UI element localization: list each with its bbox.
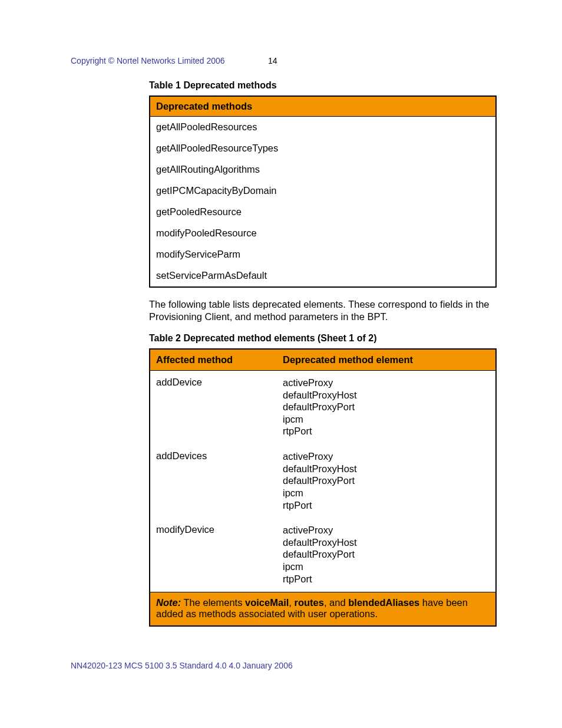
note-bold: voiceMail bbox=[245, 597, 289, 608]
table1-header: Deprecated methods bbox=[150, 96, 496, 117]
element-item: ipcm bbox=[283, 561, 490, 573]
table1-caption: Table 1 Deprecated methods bbox=[149, 80, 497, 91]
header-page-number: 14 bbox=[268, 56, 277, 65]
table-row: addDevices activeProxy defaultProxyHost … bbox=[150, 444, 496, 518]
method-cell: getAllPooledResourceTypes bbox=[150, 138, 496, 159]
table-row: getPooledResource bbox=[150, 202, 496, 223]
element-item: defaultProxyPort bbox=[283, 401, 490, 413]
affected-method-cell: addDevice bbox=[150, 370, 277, 444]
table-row: modifyPooledResource bbox=[150, 223, 496, 244]
element-item: activeProxy bbox=[283, 377, 490, 389]
table-row: modifyDevice activeProxy defaultProxyHos… bbox=[150, 518, 496, 592]
note-cell: Note: The elements voiceMail, routes, an… bbox=[150, 592, 496, 627]
method-cell: modifyPooledResource bbox=[150, 223, 496, 244]
note-label: Note: bbox=[156, 597, 181, 608]
deprecated-elements-cell: activeProxy defaultProxyHost defaultProx… bbox=[277, 370, 496, 444]
page: Copyright © Nortel Networks Limited 2006… bbox=[0, 0, 562, 728]
header-copyright: Copyright © Nortel Networks Limited 2006 bbox=[71, 56, 225, 65]
element-item: rtpPort bbox=[283, 499, 490, 512]
element-item: ipcm bbox=[283, 487, 490, 499]
element-item: defaultProxyHost bbox=[283, 463, 490, 475]
element-item: defaultProxyHost bbox=[283, 536, 490, 549]
note-text: , and bbox=[324, 597, 348, 608]
table-row: addDevice activeProxy defaultProxyHost d… bbox=[150, 370, 496, 444]
deprecated-elements-cell: activeProxy defaultProxyHost defaultProx… bbox=[277, 444, 496, 518]
note-bold: routes bbox=[294, 597, 323, 608]
table2-header-col2: Deprecated method element bbox=[277, 349, 496, 371]
method-cell: modifyServiceParm bbox=[150, 244, 496, 265]
affected-method-cell: modifyDevice bbox=[150, 518, 277, 592]
element-item: activeProxy bbox=[283, 524, 490, 536]
table-deprecated-methods: Deprecated methods getAllPooledResources… bbox=[149, 95, 497, 288]
table2-header-col1: Affected method bbox=[150, 349, 277, 371]
element-item: defaultProxyPort bbox=[283, 548, 490, 561]
affected-method-cell: addDevices bbox=[150, 444, 277, 518]
footer-text: NN42020-123 MCS 5100 3.5 Standard 4.0 4.… bbox=[71, 661, 293, 670]
element-item: defaultProxyHost bbox=[283, 389, 490, 401]
table-row: getAllPooledResources bbox=[150, 117, 496, 139]
table-row: setServiceParmAsDefault bbox=[150, 265, 496, 287]
element-item: rtpPort bbox=[283, 573, 490, 585]
note-text: The elements bbox=[181, 597, 245, 608]
table-row: getIPCMCapacityByDomain bbox=[150, 180, 496, 202]
method-cell: setServiceParmAsDefault bbox=[150, 265, 496, 287]
method-cell: getIPCMCapacityByDomain bbox=[150, 180, 496, 202]
deprecated-elements-cell: activeProxy defaultProxyHost defaultProx… bbox=[277, 518, 496, 592]
method-cell: getAllPooledResources bbox=[150, 117, 496, 139]
element-item: activeProxy bbox=[283, 450, 490, 463]
paragraph: The following table lists deprecated ele… bbox=[149, 298, 497, 324]
element-item: rtpPort bbox=[283, 425, 490, 437]
table-row: modifyServiceParm bbox=[150, 244, 496, 265]
content-area: Table 1 Deprecated methods Deprecated me… bbox=[149, 80, 497, 627]
element-item: ipcm bbox=[283, 413, 490, 426]
note-bold: blendedAliases bbox=[348, 597, 419, 608]
table2-caption: Table 2 Deprecated method elements (Shee… bbox=[149, 333, 497, 344]
table-row: getAllRoutingAlgorithms bbox=[150, 159, 496, 180]
table-row: getAllPooledResourceTypes bbox=[150, 138, 496, 159]
table-deprecated-elements: Affected method Deprecated method elemen… bbox=[149, 348, 497, 627]
method-cell: getAllRoutingAlgorithms bbox=[150, 159, 496, 180]
element-item: defaultProxyPort bbox=[283, 475, 490, 487]
table-note-row: Note: The elements voiceMail, routes, an… bbox=[150, 592, 496, 627]
method-cell: getPooledResource bbox=[150, 202, 496, 223]
